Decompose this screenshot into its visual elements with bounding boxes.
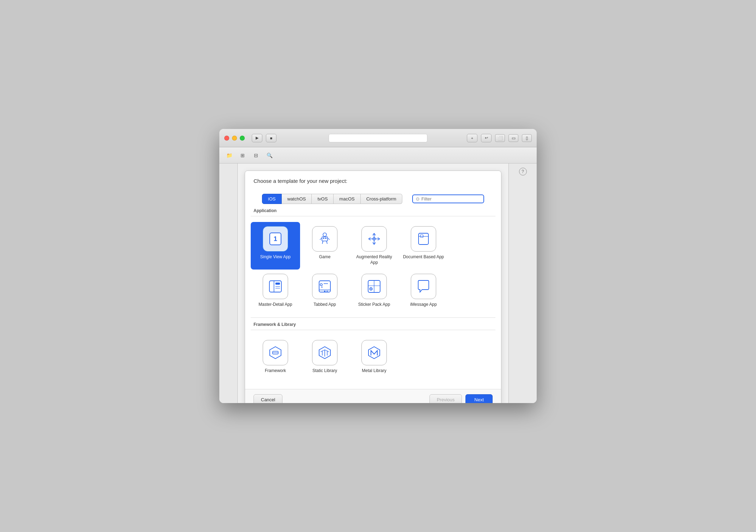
sidebar — [219, 163, 238, 403]
next-button[interactable]: Next — [465, 394, 493, 403]
sticker-icon — [366, 279, 382, 294]
tabs-bar: iOS watchOS tvOS macOS Cross-platform — [262, 194, 402, 204]
game-label: Game — [319, 254, 331, 260]
ar-label: Augmented Reality App — [352, 254, 396, 265]
titlebar-controls: ▶ ■ — [252, 134, 276, 142]
return-button[interactable]: ↩ — [481, 134, 492, 142]
tabs-row: iOS watchOS tvOS macOS Cross-platform ⊙ — [254, 189, 493, 204]
svg-text:1: 1 — [274, 235, 277, 242]
toolbar: 📁 ⊞ ⊟ 🔍 — [219, 147, 537, 163]
master-detail-icon — [268, 279, 283, 294]
new-project-dialog: Choose a template for your new project: … — [245, 171, 501, 403]
document-icon-wrap — [411, 226, 436, 252]
main-window: ▶ ■ + ↩ ⬜ ▭ ▯ 📁 ⊞ ⊟ 🔍 Choose a template … — [219, 129, 537, 403]
add-button[interactable]: + — [467, 134, 477, 142]
sticker-label: Sticker Pack App — [358, 302, 390, 308]
tab-cross-platform[interactable]: Cross-platform — [361, 194, 402, 204]
tabbed-icon-wrap — [312, 274, 337, 299]
tabbed-icon — [317, 279, 333, 294]
metal-icon-wrap — [361, 340, 387, 365]
close-button[interactable] — [224, 136, 229, 141]
content-area: Choose a template for your new project: … — [238, 163, 508, 403]
folder-icon[interactable]: 📁 — [224, 151, 234, 159]
layout-btn-2[interactable]: ▭ — [508, 134, 518, 142]
minimize-button[interactable] — [232, 136, 237, 141]
maximize-button[interactable] — [240, 136, 245, 141]
titlebar-right: + ↩ ⬜ ▭ ▯ — [467, 134, 532, 142]
metal-icon — [366, 345, 382, 360]
svg-rect-11 — [419, 233, 428, 245]
template-static-library[interactable]: Static Library — [300, 336, 349, 378]
single-view-icon-wrap: 1 — [263, 226, 288, 252]
application-template-grid: 1 Single View App — [251, 216, 495, 317]
titlebar: ▶ ■ + ↩ ⬜ ▭ ▯ — [219, 129, 537, 147]
ar-icon-wrap — [361, 226, 387, 252]
previous-button[interactable]: Previous — [429, 394, 462, 403]
template-game[interactable]: Game — [300, 222, 349, 270]
static-lib-icon-wrap — [312, 340, 337, 365]
game-icon-wrap — [312, 226, 337, 252]
section-header-framework: Framework & Library — [251, 318, 495, 330]
template-metal-library[interactable]: Metal Library — [349, 336, 399, 378]
svg-line-6 — [322, 241, 323, 244]
cancel-button[interactable]: Cancel — [254, 394, 282, 403]
template-imessage-app[interactable]: iMessage App — [399, 270, 448, 312]
layout-btn-1[interactable]: ⬜ — [495, 134, 505, 142]
grid-icon[interactable]: ⊞ — [238, 151, 248, 159]
svg-line-5 — [328, 238, 330, 240]
framework-icon — [268, 345, 283, 360]
template-sticker-pack-app[interactable]: Sticker Pack App — [349, 270, 399, 312]
tab-macos[interactable]: macOS — [334, 194, 360, 204]
svg-rect-18 — [319, 281, 330, 292]
svg-point-23 — [320, 284, 322, 286]
stop-button[interactable]: ■ — [266, 134, 276, 142]
framework-label: Framework — [265, 368, 286, 374]
svg-rect-12 — [420, 235, 423, 237]
dialog-title: Choose a template for your new project: — [254, 178, 493, 184]
svg-rect-3 — [322, 237, 328, 241]
template-framework[interactable]: Framework — [251, 336, 300, 378]
imessage-icon-wrap — [411, 274, 436, 299]
imessage-label: iMessage App — [410, 302, 437, 308]
svg-point-24 — [327, 291, 328, 292]
svg-rect-15 — [275, 283, 280, 285]
filter-input[interactable] — [421, 196, 481, 202]
single-view-label: Single View App — [260, 254, 291, 260]
tab-watchos[interactable]: watchOS — [282, 194, 312, 204]
template-tabbed-app[interactable]: Tabbed App — [300, 270, 349, 312]
game-icon — [317, 231, 333, 247]
traffic-lights — [224, 136, 245, 141]
ar-icon — [366, 231, 382, 247]
svg-point-2 — [323, 233, 327, 236]
framework-template-grid: Framework — [251, 330, 495, 384]
filter-input-wrap: ⊙ — [412, 194, 484, 203]
svg-point-8 — [323, 237, 324, 239]
template-single-view-app[interactable]: 1 Single View App — [251, 222, 300, 270]
template-document-based-app[interactable]: Document Based App — [399, 222, 448, 270]
template-master-detail-app[interactable]: Master-Detail App — [251, 270, 300, 312]
layout-btn-3[interactable]: ▯ — [522, 134, 532, 142]
play-button[interactable]: ▶ — [252, 134, 262, 142]
imessage-icon — [416, 279, 431, 294]
search-icon[interactable]: 🔍 — [264, 151, 274, 159]
static-lib-icon — [317, 345, 333, 360]
template-augmented-reality-app[interactable]: Augmented Reality App — [349, 222, 399, 270]
master-detail-icon-wrap — [263, 274, 288, 299]
dialog-body: Application 1 Single View App — [245, 204, 501, 389]
tabbed-label: Tabbed App — [313, 302, 336, 308]
dialog-footer: Cancel Previous Next — [245, 389, 501, 403]
svg-point-21 — [324, 291, 325, 292]
document-label: Document Based App — [403, 254, 444, 260]
metal-label: Metal Library — [362, 368, 386, 374]
right-panel: ? — [508, 163, 537, 403]
tab-ios[interactable]: iOS — [262, 194, 282, 204]
dialog-header: Choose a template for your new project: … — [245, 171, 501, 204]
main-layout: Choose a template for your new project: … — [219, 163, 537, 403]
document-icon — [416, 231, 431, 247]
help-button[interactable]: ? — [519, 168, 527, 175]
hierarchy-icon[interactable]: ⊟ — [251, 151, 261, 159]
master-detail-label: Master-Detail App — [258, 302, 292, 308]
tab-tvos[interactable]: tvOS — [312, 194, 334, 204]
filter-icon: ⊙ — [416, 196, 420, 202]
svg-point-9 — [325, 237, 327, 239]
